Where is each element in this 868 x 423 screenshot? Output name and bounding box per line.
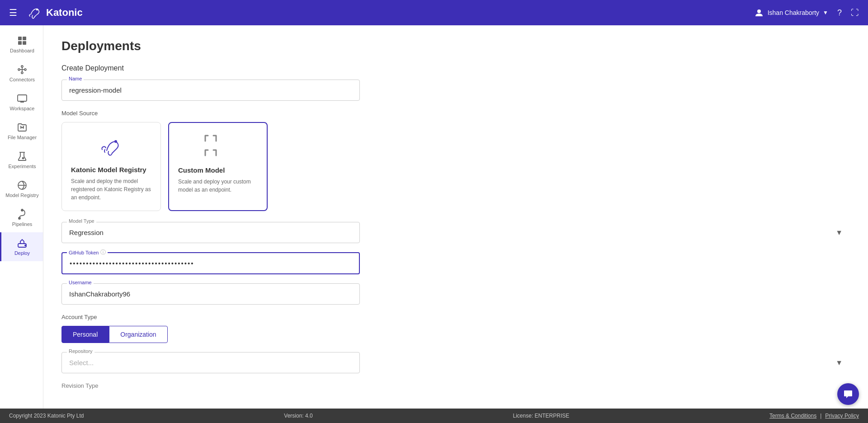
name-input[interactable] xyxy=(61,80,360,101)
help-button[interactable]: ? xyxy=(837,8,842,18)
custom-model-card[interactable]: Custom Model Scale and deploy your custo… xyxy=(168,122,268,211)
hamburger-menu[interactable]: ☰ xyxy=(9,7,17,18)
svg-point-19 xyxy=(19,217,20,219)
main-content: Deployments Create Deployment Name Model… xyxy=(43,25,868,409)
sidebar-label-deploy: Deploy xyxy=(14,250,30,256)
sidebar-item-pipelines[interactable]: Pipelines xyxy=(0,203,43,232)
svg-point-1 xyxy=(757,9,761,13)
terms-link[interactable]: Terms & Conditions xyxy=(769,413,816,419)
privacy-link[interactable]: Privacy Policy xyxy=(825,413,859,419)
custom-model-icon xyxy=(178,132,258,159)
username-field: Username xyxy=(61,283,850,305)
sidebar-item-file-manager[interactable]: File Manager xyxy=(0,117,43,146)
dashboard-icon xyxy=(17,35,28,46)
repository-label: Repository xyxy=(67,348,94,354)
brand-logo: Katonic xyxy=(26,5,83,21)
brand-name: Katonic xyxy=(46,7,83,19)
svg-point-9 xyxy=(24,69,26,70)
name-label: Name xyxy=(67,76,84,81)
repository-field: Repository Select... ▼ xyxy=(61,352,850,373)
svg-rect-12 xyxy=(18,95,27,101)
model-source-section: Model Source xyxy=(61,110,850,211)
user-menu[interactable]: Ishan Chakraborty ▼ xyxy=(754,8,828,18)
personal-button[interactable]: Personal xyxy=(61,326,109,343)
svg-point-7 xyxy=(21,66,23,67)
model-type-select[interactable]: Regression Classification NLP Other xyxy=(61,222,360,243)
footer-links: Terms & Conditions | Privacy Policy xyxy=(769,413,859,419)
sidebar-item-connectors[interactable]: Connectors xyxy=(0,59,43,88)
navbar-right: Ishan Chakraborty ▼ ? ⛶ xyxy=(754,8,859,18)
workspace-icon xyxy=(17,93,28,104)
navbar-left: ☰ Katonic xyxy=(9,5,83,21)
chevron-down-icon-repo: ▼ xyxy=(835,359,843,367)
sidebar-item-experiments[interactable]: Experiments xyxy=(0,146,43,174)
page-title: Deployments xyxy=(61,39,850,53)
experiments-icon xyxy=(17,151,28,162)
sidebar-label-file-manager: File Manager xyxy=(8,135,37,140)
kangaroo-icon xyxy=(93,132,129,159)
account-type-label: Account Type xyxy=(61,314,850,320)
code-bracket-icon xyxy=(204,132,231,159)
organization-button[interactable]: Organization xyxy=(109,326,167,343)
sidebar-label-dashboard: Dashboard xyxy=(10,48,34,53)
sidebar-item-dashboard[interactable]: Dashboard xyxy=(0,30,43,59)
revision-type-hint: Revision Type xyxy=(61,382,850,389)
katonic-registry-desc: Scale and deploy the model registered on… xyxy=(71,177,151,202)
model-type-field: Model Type Regression Classification NLP… xyxy=(61,222,850,243)
model-source-label: Model Source xyxy=(61,110,850,117)
chevron-down-icon: ▼ xyxy=(835,229,843,237)
svg-rect-4 xyxy=(18,41,22,45)
svg-rect-2 xyxy=(18,37,22,40)
connectors-icon xyxy=(17,64,28,75)
pipelines-icon xyxy=(17,209,28,220)
svg-rect-3 xyxy=(23,37,26,40)
content-area: Deployments Create Deployment Name Model… xyxy=(43,25,868,409)
katonic-registry-card[interactable]: Katonic Model Registry Scale and deploy … xyxy=(61,122,161,211)
github-token-label: GitHub Token ⓘ xyxy=(67,249,108,256)
sidebar-label-workspace: Workspace xyxy=(10,106,35,111)
sidebar-label-pipelines: Pipelines xyxy=(12,221,33,227)
sidebar-label-model-registry: Model Registry xyxy=(5,193,38,198)
model-source-cards: Katonic Model Registry Scale and deploy … xyxy=(61,122,850,211)
logo-icon xyxy=(26,5,42,21)
chat-button[interactable] xyxy=(837,383,859,405)
footer-separator: | xyxy=(820,413,821,419)
svg-point-22 xyxy=(115,141,117,142)
katonic-registry-title: Katonic Model Registry xyxy=(71,166,146,174)
svg-point-0 xyxy=(37,9,38,10)
user-avatar-icon xyxy=(754,8,764,18)
sidebar-item-workspace[interactable]: Workspace xyxy=(0,88,43,117)
repository-select[interactable]: Select... xyxy=(61,352,360,373)
deploy-icon xyxy=(17,238,28,249)
create-section-title: Create Deployment xyxy=(61,64,850,72)
custom-model-desc: Scale and deploy your custom model as an… xyxy=(178,178,258,194)
account-type-buttons: Personal Organization xyxy=(61,326,850,343)
username-input[interactable] xyxy=(61,283,360,305)
account-type-section: Account Type Personal Organization xyxy=(61,314,850,343)
model-registry-icon xyxy=(17,180,28,191)
navbar: ☰ Katonic Ishan Chakraborty ▼ ? ⛶ xyxy=(0,0,868,25)
footer-copyright: Copyright 2023 Katonic Pty Ltd xyxy=(9,413,84,419)
footer-license: License: ENTERPRISE xyxy=(513,413,570,419)
file-manager-icon xyxy=(17,122,28,133)
name-field: Name xyxy=(61,80,850,101)
footer-version: Version: 4.0 xyxy=(284,413,312,419)
svg-rect-5 xyxy=(23,41,26,45)
user-name: Ishan Chakraborty xyxy=(768,9,819,16)
svg-point-8 xyxy=(21,72,23,74)
sidebar-item-model-registry[interactable]: Model Registry xyxy=(0,174,43,203)
svg-point-6 xyxy=(18,69,20,70)
sidebar: Dashboard Connectors Workspace File Mana… xyxy=(0,25,43,409)
sidebar-label-experiments: Experiments xyxy=(8,164,36,169)
expand-button[interactable]: ⛶ xyxy=(851,8,859,18)
footer: Copyright 2023 Katonic Pty Ltd Version: … xyxy=(0,409,868,423)
katonic-registry-icon xyxy=(71,132,151,159)
svg-point-21 xyxy=(25,245,26,246)
username-label: Username xyxy=(67,280,94,285)
info-icon[interactable]: ⓘ xyxy=(100,249,106,256)
svg-point-16 xyxy=(23,158,24,159)
github-token-field: GitHub Token ⓘ xyxy=(61,252,850,274)
chevron-down-icon: ▼ xyxy=(823,9,828,16)
sidebar-item-deploy[interactable]: Deploy xyxy=(0,232,43,261)
model-type-label: Model Type xyxy=(67,218,96,224)
